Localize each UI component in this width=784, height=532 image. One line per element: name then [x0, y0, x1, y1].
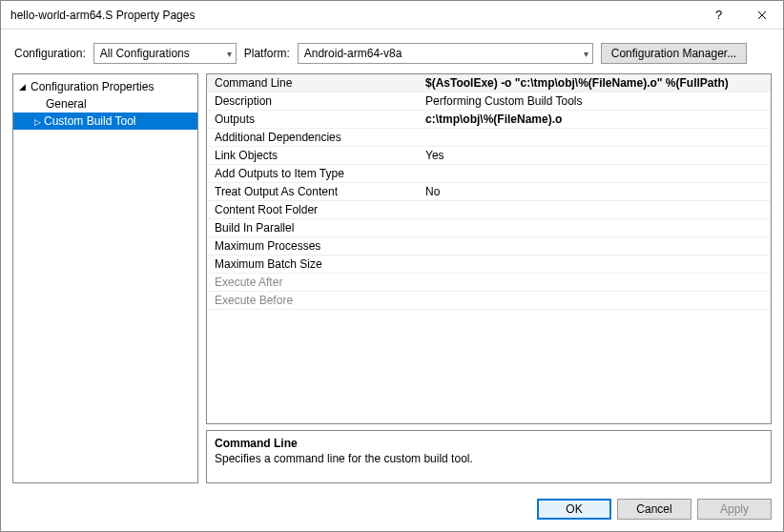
nav-tree[interactable]: ◢ Configuration Properties General▷Custo… — [12, 73, 198, 483]
property-row[interactable]: Build In Parallel — [207, 219, 771, 237]
property-value[interactable] — [422, 245, 771, 247]
property-value[interactable] — [422, 227, 771, 229]
right-pane: Command Line$(AsToolExe) -o "c:\tmp\obj\… — [206, 73, 772, 483]
footer: OK Cancel Apply — [1, 491, 783, 531]
property-label: Link Objects — [207, 148, 422, 163]
collapse-icon: ◢ — [17, 82, 27, 92]
property-value[interactable]: Yes — [422, 148, 771, 163]
configuration-select[interactable]: All Configurations ▾ — [93, 43, 237, 64]
property-row[interactable]: Maximum Batch Size — [207, 256, 771, 274]
property-label: Description — [207, 93, 422, 109]
chevron-down-icon: ▾ — [584, 49, 588, 59]
property-row[interactable]: Treat Output As ContentNo — [207, 183, 771, 201]
property-row[interactable]: DescriptionPerforming Custom Build Tools — [207, 92, 771, 111]
property-value[interactable] — [422, 299, 771, 301]
apply-button: Apply — [697, 499, 772, 520]
description-panel: Command Line Specifies a command line fo… — [206, 430, 772, 483]
property-label: Outputs — [207, 112, 422, 127]
property-value[interactable] — [422, 263, 771, 265]
property-row[interactable]: Outputsc:\tmp\obj\%(FileName).o — [207, 111, 771, 129]
cancel-button[interactable]: Cancel — [617, 499, 691, 520]
property-value[interactable] — [422, 281, 771, 283]
property-row[interactable]: Content Root Folder — [207, 201, 771, 219]
tree-item-label: Custom Build Tool — [44, 114, 136, 128]
property-value[interactable] — [422, 173, 771, 174]
tree-item-general[interactable]: General — [13, 95, 197, 113]
property-row[interactable]: Add Outputs to Item Type — [207, 165, 771, 183]
property-value[interactable]: Performing Custom Build Tools — [422, 93, 771, 109]
property-value[interactable] — [422, 136, 771, 138]
config-row: Configuration: All Configurations ▾ Plat… — [1, 30, 783, 73]
help-button[interactable]: ? — [697, 1, 740, 30]
platform-select[interactable]: Android-arm64-v8a ▾ — [298, 43, 593, 64]
property-row[interactable]: Command Line$(AsToolExe) -o "c:\tmp\obj\… — [207, 74, 771, 92]
main-area: ◢ Configuration Properties General▷Custo… — [1, 73, 783, 491]
property-grid[interactable]: Command Line$(AsToolExe) -o "c:\tmp\obj\… — [206, 73, 772, 424]
property-label: Additional Dependencies — [207, 130, 422, 145]
tree-root[interactable]: ◢ Configuration Properties — [13, 78, 197, 95]
platform-value: Android-arm64-v8a — [304, 47, 402, 60]
property-label: Add Outputs to Item Type — [207, 166, 422, 181]
tree-item-label: General — [46, 97, 87, 111]
platform-label: Platform: — [244, 47, 290, 60]
property-row[interactable]: Execute After — [207, 274, 771, 292]
tree-item-custom-build-tool[interactable]: ▷Custom Build Tool — [13, 113, 197, 130]
property-row[interactable]: Maximum Processes — [207, 237, 771, 256]
property-label: Treat Output As Content — [207, 184, 422, 199]
property-label: Execute Before — [207, 293, 422, 308]
configuration-label: Configuration: — [14, 47, 86, 60]
property-row[interactable]: Additional Dependencies — [207, 129, 771, 147]
description-title: Command Line — [215, 437, 763, 450]
chevron-right-icon: ▷ — [32, 117, 42, 127]
property-label: Execute After — [207, 275, 422, 290]
titlebar: hello-world-arm64.S Property Pages ? — [1, 1, 783, 30]
property-value[interactable]: c:\tmp\obj\%(FileName).o — [422, 112, 771, 127]
chevron-down-icon: ▾ — [227, 49, 232, 59]
window-title: hello-world-arm64.S Property Pages — [10, 9, 697, 22]
property-value[interactable] — [422, 209, 771, 211]
configuration-value: All Configurations — [100, 47, 190, 60]
property-label: Build In Parallel — [207, 220, 422, 235]
configuration-manager-button[interactable]: Configuration Manager... — [601, 43, 747, 64]
close-icon — [757, 10, 767, 20]
property-row[interactable]: Link ObjectsYes — [207, 147, 771, 165]
description-text: Specifies a command line for the custom … — [215, 452, 763, 465]
property-label: Maximum Batch Size — [207, 256, 422, 272]
property-value[interactable]: $(AsToolExe) -o "c:\tmp\obj\%(FileName).… — [422, 75, 771, 91]
tree-root-label: Configuration Properties — [31, 80, 154, 93]
ok-button[interactable]: OK — [537, 499, 611, 520]
property-label: Maximum Processes — [207, 238, 422, 254]
property-label: Command Line — [207, 75, 422, 91]
property-label: Content Root Folder — [207, 202, 422, 217]
close-button[interactable] — [740, 1, 783, 30]
property-row[interactable]: Execute Before — [207, 292, 771, 310]
property-value[interactable]: No — [422, 184, 771, 199]
